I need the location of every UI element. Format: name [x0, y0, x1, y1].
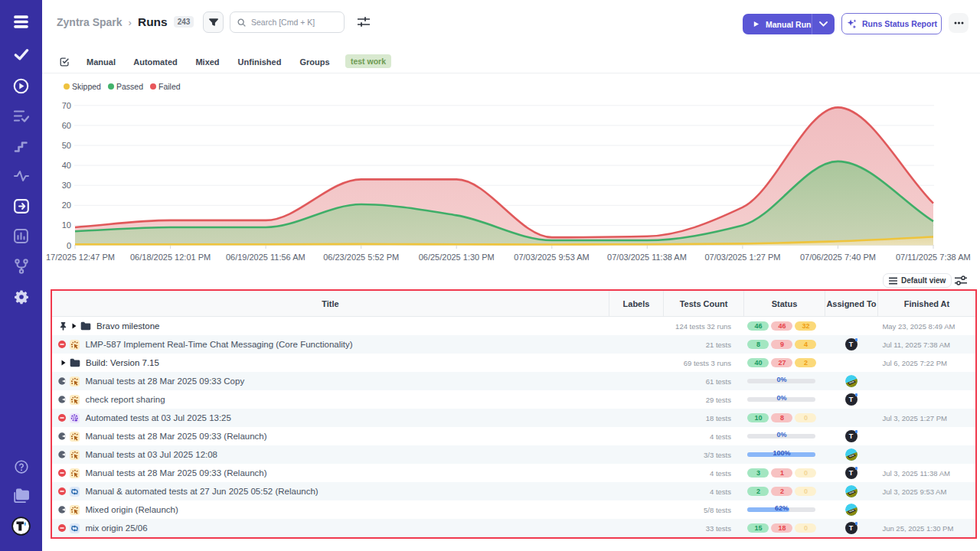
- svg-text:0: 0: [67, 241, 71, 250]
- svg-text:60: 60: [62, 121, 71, 130]
- svg-text:50: 50: [62, 141, 71, 150]
- svg-text:10: 10: [62, 220, 71, 230]
- svg-text:70: 70: [62, 101, 71, 110]
- svg-text:40: 40: [62, 161, 71, 170]
- svg-text:30: 30: [62, 181, 71, 190]
- svg-text:20: 20: [62, 201, 71, 210]
